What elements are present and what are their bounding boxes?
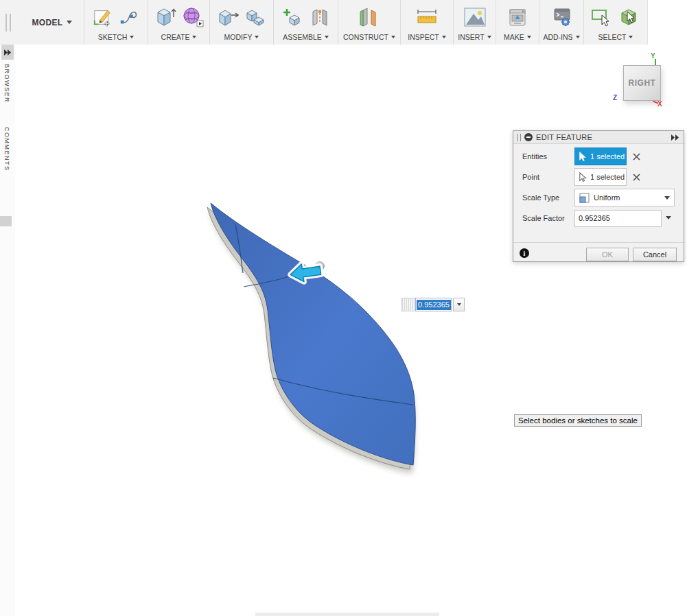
collapse-icon[interactable] — [524, 133, 533, 141]
modify-menu[interactable]: MODIFY — [224, 32, 259, 45]
dialog-title: EDIT FEATURE — [536, 133, 668, 141]
point-selection-button[interactable]: 1 selected — [574, 168, 627, 186]
scale-type-dropdown[interactable]: Uniform — [574, 189, 675, 206]
addins-icons — [549, 0, 574, 32]
caret-down-icon — [629, 36, 633, 38]
uniform-scale-icon — [579, 193, 590, 203]
construct-menu[interactable]: CONSTRUCT — [343, 32, 395, 45]
inspect-icons — [414, 0, 440, 32]
caret-down-icon — [192, 36, 196, 38]
entities-selection-button[interactable]: 1 selected — [574, 147, 627, 165]
dialog-separator — [513, 242, 684, 243]
insert-image-icon[interactable] — [463, 6, 487, 28]
bottom-navbar-edge — [255, 613, 439, 616]
spline-icon[interactable] — [119, 6, 139, 28]
toolbar-group-addins: ADD-INS — [539, 0, 583, 45]
axis-z-label: Z — [613, 94, 617, 102]
scale-factor-row: Scale Factor — [513, 209, 684, 227]
create-icons — [154, 0, 204, 32]
toolbar-grip[interactable] — [5, 14, 11, 32]
joint-icon[interactable] — [309, 6, 331, 28]
toolbar-group-make: MAKE — [496, 0, 539, 45]
cursor-outline-icon — [579, 172, 587, 182]
toolbar-group-create: CREATE — [148, 0, 209, 45]
caret-down-icon — [130, 36, 134, 38]
toolbar: MODEL SKETCH — [0, 0, 648, 45]
caret-down-icon — [664, 196, 670, 200]
scale-factor-input[interactable] — [574, 210, 662, 227]
caret-down-icon — [457, 303, 461, 306]
dialog-grip[interactable] — [517, 134, 521, 141]
caret-down-icon — [391, 36, 395, 38]
cursor-icon — [579, 152, 587, 161]
insert-menu[interactable]: INSERT — [458, 32, 491, 45]
construct-plane-icon[interactable] — [358, 6, 381, 28]
dialog-titlebar[interactable]: EDIT FEATURE — [513, 131, 684, 144]
caret-down-icon — [442, 36, 446, 38]
toolbar-group-select: SELECT — [583, 0, 647, 45]
add-ins-icon[interactable] — [549, 6, 574, 28]
point-clear-button[interactable] — [631, 171, 642, 182]
scale-factor-float-dropdown[interactable] — [453, 298, 465, 311]
scale-factor-float-value: 0.952365 — [417, 300, 451, 310]
float-widget-drag-handle[interactable] — [401, 298, 415, 311]
combine-icon[interactable] — [244, 6, 266, 28]
dialog-expand-button[interactable] — [671, 134, 679, 141]
create-menu[interactable]: CREATE — [161, 32, 197, 45]
form-icon[interactable] — [182, 6, 204, 28]
scale-factor-float-input[interactable]: 0.952365 — [415, 298, 452, 311]
caret-down-icon — [325, 36, 329, 38]
toolbar-group-insert: INSERT — [453, 0, 496, 45]
entities-clear-button[interactable] — [631, 151, 642, 162]
caret-down-icon — [67, 21, 72, 24]
construct-icons — [358, 0, 381, 32]
make-menu[interactable]: MAKE — [504, 32, 531, 45]
caret-down-icon — [527, 36, 531, 38]
scale-factor-label: Scale Factor — [522, 214, 565, 222]
point-row: Point 1 selected — [513, 168, 684, 186]
cube-select-icon[interactable] — [618, 6, 641, 28]
scale-factor-float-widget: 0.952365 — [401, 298, 465, 311]
axis-x-label: X — [657, 100, 662, 108]
select-menu[interactable]: SELECT — [598, 32, 633, 45]
select-icons — [590, 0, 641, 32]
scale-factor-dropdown-caret[interactable] — [666, 216, 671, 220]
addins-menu[interactable]: ADD-INS — [543, 32, 579, 45]
assemble-icons — [281, 0, 331, 32]
make-icon[interactable] — [506, 6, 529, 28]
entities-row: Entities 1 selected — [513, 147, 684, 165]
new-component-icon[interactable] — [281, 6, 303, 28]
scale-type-label: Scale Type — [522, 193, 559, 202]
measure-icon[interactable] — [414, 6, 440, 28]
toolbar-group-construct: CONSTRUCT — [338, 0, 400, 45]
window-select-icon[interactable] — [590, 6, 612, 28]
workspace-menu[interactable]: MODEL — [21, 0, 84, 45]
modify-icons — [217, 0, 266, 32]
sketch-menu[interactable]: SKETCH — [98, 32, 135, 45]
toolbar-group-modify: MODIFY — [209, 0, 273, 45]
toolbar-group-assemble: ASSEMBLE — [273, 0, 338, 45]
caret-down-icon — [255, 36, 259, 38]
create-sketch-icon[interactable] — [93, 6, 113, 28]
toolbar-group-inspect: INSPECT — [400, 0, 453, 45]
viewcube[interactable]: RIGHT — [623, 65, 661, 101]
status-prompt: Select bodies or sketches to scale — [514, 414, 642, 427]
close-icon — [633, 174, 640, 181]
edit-feature-dialog: EDIT FEATURE Entities 1 selected Point — [513, 130, 684, 262]
caret-down-icon — [576, 36, 580, 38]
insert-icons — [463, 0, 487, 32]
info-icon[interactable]: i — [520, 248, 529, 258]
close-icon — [633, 153, 640, 161]
sketch-icons — [93, 0, 139, 32]
extrude-icon[interactable] — [154, 6, 176, 28]
point-label: Point — [522, 173, 539, 181]
inspect-menu[interactable]: INSPECT — [408, 32, 446, 45]
axis-y-icon — [655, 59, 656, 65]
scale-type-row: Scale Type Uniform — [513, 189, 684, 206]
workspace-menu-label: MODEL — [32, 18, 63, 27]
caret-down-icon — [487, 36, 491, 38]
press-pull-icon[interactable] — [217, 6, 239, 28]
cancel-button[interactable]: Cancel — [633, 248, 677, 261]
assemble-menu[interactable]: ASSEMBLE — [283, 32, 329, 45]
ok-button[interactable]: OK — [586, 248, 629, 261]
